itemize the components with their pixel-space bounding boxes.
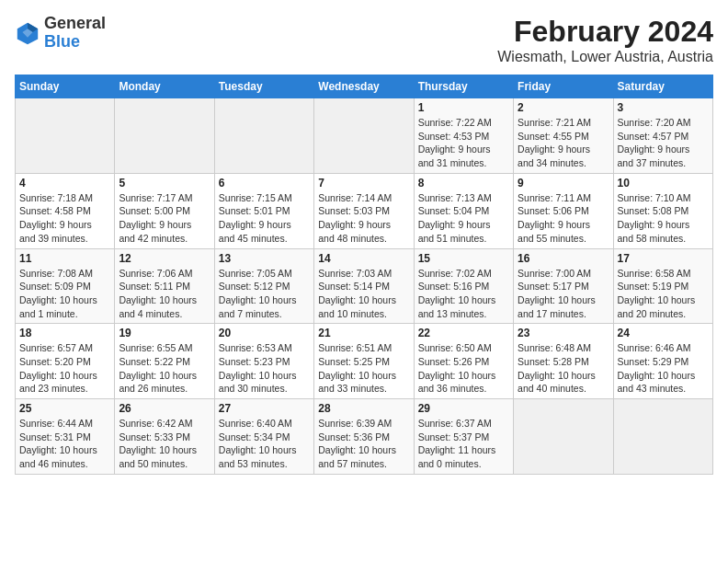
calendar-cell: 28Sunrise: 6:39 AM Sunset: 5:36 PM Dayli… <box>314 399 414 475</box>
logo-text: General Blue <box>44 15 106 52</box>
day-number: 14 <box>318 252 409 265</box>
day-number: 28 <box>318 402 409 415</box>
calendar-cell: 13Sunrise: 7:05 AM Sunset: 5:12 PM Dayli… <box>214 248 313 324</box>
day-number: 15 <box>418 252 509 265</box>
weekday-header: Sunday <box>16 75 115 98</box>
weekday-header: Monday <box>115 75 214 98</box>
day-info: Sunrise: 7:10 AM Sunset: 5:08 PM Dayligh… <box>618 191 709 246</box>
calendar-table: SundayMondayTuesdayWednesdayThursdayFrid… <box>15 75 713 475</box>
title-area: February 2024 Wiesmath, Lower Austria, A… <box>497 15 713 65</box>
calendar-cell: 29Sunrise: 6:37 AM Sunset: 5:37 PM Dayli… <box>414 399 513 475</box>
weekday-header: Friday <box>514 75 613 98</box>
header: General Blue February 2024 Wiesmath, Low… <box>15 15 713 65</box>
day-number: 19 <box>119 327 210 339</box>
day-info: Sunrise: 6:39 AM Sunset: 5:36 PM Dayligh… <box>318 417 409 471</box>
weekday-header: Wednesday <box>314 75 414 98</box>
day-number: 18 <box>19 327 110 339</box>
day-number: 11 <box>19 252 110 265</box>
calendar-subtitle: Wiesmath, Lower Austria, Austria <box>497 49 713 65</box>
calendar-cell: 1Sunrise: 7:22 AM Sunset: 4:53 PM Daylig… <box>414 98 513 174</box>
day-number: 8 <box>418 177 509 190</box>
day-info: Sunrise: 7:14 AM Sunset: 5:03 PM Dayligh… <box>318 191 409 246</box>
day-info: Sunrise: 7:02 AM Sunset: 5:16 PM Dayligh… <box>418 267 509 321</box>
calendar-cell <box>613 399 712 475</box>
calendar-cell: 14Sunrise: 7:03 AM Sunset: 5:14 PM Dayli… <box>314 248 414 324</box>
calendar-cell: 15Sunrise: 7:02 AM Sunset: 5:16 PM Dayli… <box>414 248 513 324</box>
calendar-week-row: 18Sunrise: 6:57 AM Sunset: 5:20 PM Dayli… <box>16 324 713 399</box>
calendar-cell <box>16 98 115 174</box>
day-number: 4 <box>19 177 110 190</box>
day-number: 9 <box>518 177 609 190</box>
weekday-header: Saturday <box>613 75 712 98</box>
weekday-header: Tuesday <box>214 75 313 98</box>
day-number: 25 <box>19 402 110 415</box>
day-info: Sunrise: 7:20 AM Sunset: 4:57 PM Dayligh… <box>618 116 709 170</box>
calendar-header: SundayMondayTuesdayWednesdayThursdayFrid… <box>16 75 713 98</box>
calendar-week-row: 11Sunrise: 7:08 AM Sunset: 5:09 PM Dayli… <box>16 248 713 324</box>
day-number: 22 <box>418 327 509 339</box>
calendar-cell: 9Sunrise: 7:11 AM Sunset: 5:06 PM Daylig… <box>514 173 613 248</box>
calendar-cell: 22Sunrise: 6:50 AM Sunset: 5:26 PM Dayli… <box>414 324 513 399</box>
day-info: Sunrise: 7:06 AM Sunset: 5:11 PM Dayligh… <box>119 267 210 321</box>
day-info: Sunrise: 6:50 AM Sunset: 5:26 PM Dayligh… <box>418 341 509 396</box>
calendar-cell <box>314 98 414 174</box>
day-number: 13 <box>219 252 310 265</box>
day-info: Sunrise: 6:40 AM Sunset: 5:34 PM Dayligh… <box>219 417 310 471</box>
calendar-week-row: 25Sunrise: 6:44 AM Sunset: 5:31 PM Dayli… <box>16 399 713 475</box>
calendar-cell: 19Sunrise: 6:55 AM Sunset: 5:22 PM Dayli… <box>115 324 214 399</box>
day-info: Sunrise: 7:03 AM Sunset: 5:14 PM Dayligh… <box>318 267 409 321</box>
calendar-cell: 10Sunrise: 7:10 AM Sunset: 5:08 PM Dayli… <box>613 173 712 248</box>
calendar-cell: 23Sunrise: 6:48 AM Sunset: 5:28 PM Dayli… <box>514 324 613 399</box>
calendar-cell: 2Sunrise: 7:21 AM Sunset: 4:55 PM Daylig… <box>514 98 613 174</box>
day-info: Sunrise: 7:17 AM Sunset: 5:00 PM Dayligh… <box>119 191 210 246</box>
calendar-cell: 7Sunrise: 7:14 AM Sunset: 5:03 PM Daylig… <box>314 173 414 248</box>
calendar-cell: 16Sunrise: 7:00 AM Sunset: 5:17 PM Dayli… <box>514 248 613 324</box>
day-number: 6 <box>219 177 310 190</box>
weekday-header: Thursday <box>414 75 513 98</box>
calendar-cell: 8Sunrise: 7:13 AM Sunset: 5:04 PM Daylig… <box>414 173 513 248</box>
day-number: 24 <box>618 327 709 339</box>
day-number: 17 <box>618 252 709 265</box>
calendar-cell: 26Sunrise: 6:42 AM Sunset: 5:33 PM Dayli… <box>115 399 214 475</box>
calendar-cell: 20Sunrise: 6:53 AM Sunset: 5:23 PM Dayli… <box>214 324 313 399</box>
day-info: Sunrise: 7:18 AM Sunset: 4:58 PM Dayligh… <box>19 191 110 246</box>
calendar-cell: 25Sunrise: 6:44 AM Sunset: 5:31 PM Dayli… <box>16 399 115 475</box>
day-number: 12 <box>119 252 210 265</box>
day-info: Sunrise: 7:08 AM Sunset: 5:09 PM Dayligh… <box>19 267 110 321</box>
calendar-cell: 4Sunrise: 7:18 AM Sunset: 4:58 PM Daylig… <box>16 173 115 248</box>
calendar-cell: 17Sunrise: 6:58 AM Sunset: 5:19 PM Dayli… <box>613 248 712 324</box>
day-info: Sunrise: 6:55 AM Sunset: 5:22 PM Dayligh… <box>119 341 210 396</box>
calendar-title: February 2024 <box>497 15 713 49</box>
day-info: Sunrise: 7:05 AM Sunset: 5:12 PM Dayligh… <box>219 267 310 321</box>
calendar-week-row: 1Sunrise: 7:22 AM Sunset: 4:53 PM Daylig… <box>16 98 713 174</box>
day-info: Sunrise: 7:13 AM Sunset: 5:04 PM Dayligh… <box>418 191 509 246</box>
calendar-week-row: 4Sunrise: 7:18 AM Sunset: 4:58 PM Daylig… <box>16 173 713 248</box>
day-number: 10 <box>618 177 709 190</box>
calendar-cell: 24Sunrise: 6:46 AM Sunset: 5:29 PM Dayli… <box>613 324 712 399</box>
weekday-header-row: SundayMondayTuesdayWednesdayThursdayFrid… <box>16 75 713 98</box>
calendar-cell: 18Sunrise: 6:57 AM Sunset: 5:20 PM Dayli… <box>16 324 115 399</box>
day-number: 5 <box>119 177 210 190</box>
day-info: Sunrise: 6:48 AM Sunset: 5:28 PM Dayligh… <box>518 341 609 396</box>
day-info: Sunrise: 7:15 AM Sunset: 5:01 PM Dayligh… <box>219 191 310 246</box>
calendar-cell: 11Sunrise: 7:08 AM Sunset: 5:09 PM Dayli… <box>16 248 115 324</box>
day-info: Sunrise: 6:58 AM Sunset: 5:19 PM Dayligh… <box>618 267 709 321</box>
day-number: 21 <box>318 327 409 339</box>
calendar-cell: 3Sunrise: 7:20 AM Sunset: 4:57 PM Daylig… <box>613 98 712 174</box>
logo-icon <box>15 20 40 46</box>
day-info: Sunrise: 7:11 AM Sunset: 5:06 PM Dayligh… <box>518 191 609 246</box>
calendar-cell: 12Sunrise: 7:06 AM Sunset: 5:11 PM Dayli… <box>115 248 214 324</box>
calendar-cell: 5Sunrise: 7:17 AM Sunset: 5:00 PM Daylig… <box>115 173 214 248</box>
day-number: 29 <box>418 402 509 415</box>
day-number: 20 <box>219 327 310 339</box>
day-number: 3 <box>618 101 709 114</box>
calendar-cell: 21Sunrise: 6:51 AM Sunset: 5:25 PM Dayli… <box>314 324 414 399</box>
day-info: Sunrise: 6:37 AM Sunset: 5:37 PM Dayligh… <box>418 417 509 471</box>
day-number: 16 <box>518 252 609 265</box>
calendar-cell <box>214 98 313 174</box>
day-number: 27 <box>219 402 310 415</box>
logo: General Blue <box>15 15 106 52</box>
day-info: Sunrise: 6:51 AM Sunset: 5:25 PM Dayligh… <box>318 341 409 396</box>
day-info: Sunrise: 6:44 AM Sunset: 5:31 PM Dayligh… <box>19 417 110 471</box>
day-info: Sunrise: 7:22 AM Sunset: 4:53 PM Dayligh… <box>418 116 509 170</box>
